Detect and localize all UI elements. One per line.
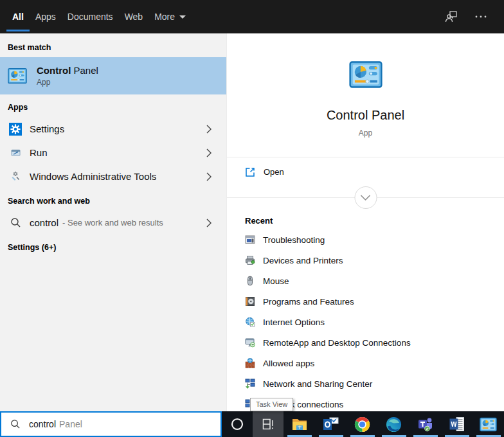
web-search-result[interactable]: control - See work and web results <box>0 211 226 235</box>
task-view-icon <box>261 417 275 431</box>
taskbar-search-input[interactable]: control Panel <box>0 411 222 437</box>
chevron-right-icon <box>206 125 212 134</box>
edge-icon <box>386 416 402 433</box>
task-view-button[interactable] <box>253 411 284 437</box>
tab-more[interactable]: More <box>148 0 192 33</box>
search-icon <box>10 419 21 429</box>
network-icon <box>245 379 255 389</box>
chevron-down-icon <box>361 195 371 201</box>
recent-item-mouse[interactable]: Mouse <box>227 271 504 291</box>
file-explorer-button[interactable] <box>284 411 315 437</box>
recent-item-internet-options[interactable]: Internet Options <box>227 312 504 332</box>
settings-gear-icon <box>9 123 22 136</box>
results-panel: Best match Control Panel App Apps <box>0 33 226 411</box>
tab-all[interactable]: All <box>6 0 30 33</box>
settings-group-header: Settings (6+) <box>0 235 226 257</box>
app-result-settings[interactable]: Settings <box>0 117 226 141</box>
recent-item-allowed-apps[interactable]: Allowed apps <box>227 353 504 373</box>
control-panel-icon-large <box>349 58 382 91</box>
recent-item-troubleshooting[interactable]: Troubleshooting <box>227 229 504 250</box>
best-match-header: Best match <box>0 33 226 57</box>
chrome-button[interactable] <box>346 411 378 437</box>
programs-features-icon <box>245 296 255 307</box>
app-result-run[interactable]: Run <box>0 141 226 165</box>
recent-item-programs-and-features[interactable]: Programs and Features <box>227 291 504 312</box>
chevron-down-icon <box>179 15 186 19</box>
search-work-web-header: Search work and web <box>0 188 226 211</box>
chevron-right-icon <box>206 148 212 157</box>
search-typed-text: control <box>29 419 56 429</box>
detail-app-title: Control Panel <box>227 108 504 123</box>
troubleshooting-icon <box>245 235 255 245</box>
feedback-icon[interactable] <box>442 8 460 26</box>
tab-web[interactable]: Web <box>119 0 149 33</box>
search-suggestion-text: Panel <box>59 419 82 429</box>
result-subtitle: App <box>37 78 98 87</box>
expand-results-button[interactable] <box>354 186 377 209</box>
recent-item-devices-and-printers[interactable]: Devices and Printers <box>227 250 504 271</box>
cortana-button[interactable] <box>222 411 253 437</box>
remoteapp-icon <box>245 337 255 348</box>
open-external-icon <box>245 167 255 177</box>
internet-options-icon <box>245 317 255 327</box>
word-button[interactable] <box>441 411 473 437</box>
detail-panel: Control Panel App Open Recent <box>226 33 504 411</box>
outlook-button[interactable] <box>315 411 346 437</box>
control-panel-icon <box>8 66 27 85</box>
search-filter-bar: All Apps Documents Web More <box>0 0 504 33</box>
recent-header: Recent <box>227 210 504 229</box>
tab-documents[interactable]: Documents <box>62 0 119 33</box>
chevron-right-icon <box>206 172 212 181</box>
printer-icon <box>245 255 255 265</box>
more-options-icon[interactable] <box>472 8 490 26</box>
open-action[interactable]: Open <box>227 157 504 186</box>
control-panel-icon <box>480 416 497 433</box>
app-result-windows-administrative-tools[interactable]: Windows Administrative Tools <box>0 165 226 188</box>
detail-app-type: App <box>227 129 504 138</box>
outlook-icon <box>323 416 339 433</box>
admin-tools-icon <box>9 170 22 183</box>
task-view-tooltip: Task View <box>250 398 293 411</box>
result-title: Control Panel <box>37 65 98 76</box>
run-window-icon <box>9 147 22 159</box>
firewall-icon <box>245 358 255 368</box>
tab-apps[interactable]: Apps <box>30 0 62 33</box>
control-panel-button[interactable] <box>473 411 504 437</box>
apps-header: Apps <box>0 94 226 117</box>
file-explorer-icon <box>291 416 308 433</box>
best-match-result-control-panel[interactable]: Control Panel App <box>0 57 226 94</box>
web-search-hint: - See work and web results <box>62 218 163 227</box>
chrome-icon <box>354 416 370 433</box>
recent-item-network-and-sharing-center[interactable]: Network and Sharing Center <box>227 373 504 394</box>
search-window: All Apps Documents Web More <box>0 0 504 437</box>
taskbar: control Panel <box>0 411 504 437</box>
word-icon <box>449 416 465 433</box>
search-icon <box>9 217 22 229</box>
recent-item-remoteapp[interactable]: RemoteApp and Desktop Connections <box>227 332 504 353</box>
chevron-right-icon <box>206 219 212 227</box>
mouse-icon <box>245 276 255 286</box>
teams-button[interactable] <box>410 411 441 437</box>
cortana-icon <box>230 417 244 431</box>
teams-icon <box>417 416 434 433</box>
edge-button[interactable] <box>378 411 410 437</box>
